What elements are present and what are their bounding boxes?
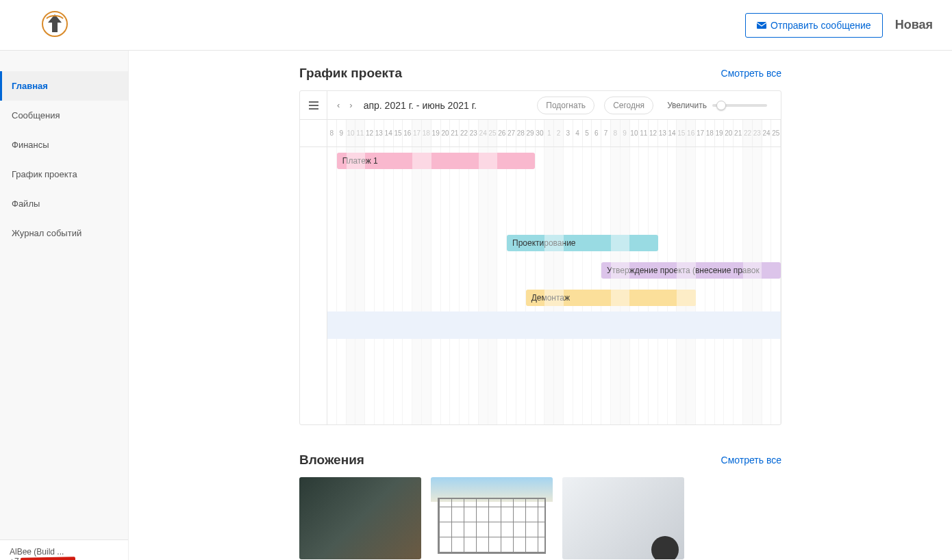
zoom-thumb[interactable]: [716, 101, 726, 110]
scale-day: 25: [488, 120, 498, 147]
gantt-toolbar: ‹ › апр. 2021 г. - июнь 2021 г. Подогнат…: [300, 91, 781, 120]
gantt-view-all-link[interactable]: Смотреть все: [721, 68, 781, 79]
gantt-bar[interactable]: Демонтаж: [526, 290, 696, 306]
scale-day: 9: [337, 120, 347, 147]
sidebar-item-label: Главная: [12, 81, 48, 91]
gantt-title: График проекта: [299, 66, 402, 81]
scale-day: 2: [554, 120, 564, 147]
scale-day: 13: [658, 120, 668, 147]
sidebar-item-label: Финансы: [12, 140, 49, 150]
scale-day: 14: [384, 120, 394, 147]
sidebar-item-finance[interactable]: Финансы: [0, 130, 128, 160]
svg-rect-3: [309, 105, 318, 106]
main: График проекта Смотреть все ‹ › апр. 202…: [129, 51, 952, 560]
svg-point-6: [309, 105, 310, 106]
scale-day: 17: [696, 120, 705, 147]
gantt-body[interactable]: Платеж 1ПроектированиеУтверждение проект…: [300, 147, 781, 424]
sidebar: Главная Сообщения Финансы График проекта…: [0, 51, 129, 560]
list-toggle[interactable]: [300, 91, 327, 119]
scale-day: 17: [412, 120, 422, 147]
attachments-section: Вложения Смотреть все: [299, 453, 781, 559]
date-range: апр. 2021 г. - июнь 2021 г.: [364, 100, 477, 111]
sidebar-footer: AlBee (Build ... +7 9: [0, 539, 128, 560]
attachments-view-all-link[interactable]: Смотреть все: [721, 455, 781, 466]
send-message-label: Отправить сообщение: [771, 20, 871, 31]
scale-day: 24: [479, 120, 488, 147]
sidebar-nav: Главная Сообщения Финансы График проекта…: [0, 51, 128, 539]
scale-day: 12: [365, 120, 375, 147]
row-highlight: [327, 311, 781, 339]
zoom-slider[interactable]: [712, 104, 767, 107]
company-name: AlBee (Build ...: [10, 547, 118, 557]
zoom-label: Увеличить: [667, 101, 707, 110]
list-icon: [309, 101, 318, 110]
gantt-scale: 8910111213141516171819202122232425262728…: [300, 120, 781, 147]
scale-day: 21: [450, 120, 460, 147]
scale-day: 10: [347, 120, 356, 147]
scale-day: 11: [355, 120, 365, 147]
scale-day: 21: [734, 120, 743, 147]
scale-day: 16: [403, 120, 412, 147]
svg-rect-4: [309, 108, 318, 110]
scale-day: 5: [583, 120, 592, 147]
status-label: Новая: [895, 18, 933, 32]
gantt-bar[interactable]: Платеж 1: [337, 153, 536, 169]
fit-button[interactable]: Подогнать: [537, 97, 594, 114]
sidebar-item-main[interactable]: Главная: [0, 71, 128, 101]
envelope-icon: [757, 22, 766, 29]
sidebar-item-messages[interactable]: Сообщения: [0, 101, 128, 130]
scale-day: 8: [611, 120, 621, 147]
sidebar-item-schedule[interactable]: График проекта: [0, 160, 128, 189]
scale-day: 3: [564, 120, 573, 147]
sidebar-item-label: График проекта: [12, 169, 77, 179]
sidebar-item-label: Журнал событий: [12, 228, 82, 238]
company-phone: +7 9: [10, 557, 26, 560]
scale-day: 16: [686, 120, 696, 147]
today-button[interactable]: Сегодня: [604, 97, 653, 114]
gantt-bar[interactable]: Утверждение проекта (внесение правок: [601, 262, 781, 279]
attachments-title: Вложения: [299, 453, 364, 468]
header: Отправить сообщение Новая: [0, 0, 952, 51]
scale-day: 8: [327, 120, 337, 147]
scale-day: 15: [677, 120, 686, 147]
prev-button[interactable]: ‹: [334, 97, 342, 113]
sidebar-item-label: Файлы: [12, 199, 40, 209]
sidebar-item-files[interactable]: Файлы: [0, 189, 128, 218]
sidebar-item-log[interactable]: Журнал событий: [0, 218, 128, 248]
scale-day: 26: [497, 120, 507, 147]
send-message-button[interactable]: Отправить сообщение: [745, 13, 883, 38]
logo[interactable]: [41, 10, 68, 40]
attachment-thumb[interactable]: [431, 477, 553, 559]
redaction: [21, 557, 75, 560]
scale-day: 7: [601, 120, 611, 147]
gantt: ‹ › апр. 2021 г. - июнь 2021 г. Подогнат…: [299, 90, 781, 425]
scale-day: 23: [753, 120, 762, 147]
scale-day: 9: [621, 120, 630, 147]
svg-point-7: [309, 108, 310, 110]
scale-day: 20: [724, 120, 734, 147]
scale-day: 11: [639, 120, 649, 147]
scale-day: 30: [536, 120, 545, 147]
scale-day: 20: [441, 120, 451, 147]
scale-day: 19: [431, 120, 441, 147]
scale-day: 27: [507, 120, 516, 147]
scale-day: 29: [526, 120, 536, 147]
scale-day: 15: [394, 120, 403, 147]
scale-day: 24: [762, 120, 772, 147]
svg-rect-1: [757, 22, 766, 29]
scale-day: 22: [460, 120, 469, 147]
next-button[interactable]: ›: [347, 97, 355, 113]
svg-rect-2: [309, 101, 318, 103]
scale-day: 14: [668, 120, 677, 147]
gantt-bar[interactable]: Проектирование: [507, 235, 658, 251]
scale-day: 18: [422, 120, 431, 147]
attachment-thumb[interactable]: [299, 477, 421, 559]
scale-day: 18: [705, 120, 715, 147]
attachment-thumb[interactable]: [562, 477, 684, 559]
svg-point-5: [309, 101, 310, 103]
scale-day: 22: [743, 120, 753, 147]
scale-day: 4: [573, 120, 583, 147]
gantt-section: График проекта Смотреть все ‹ › апр. 202…: [299, 66, 781, 425]
sidebar-item-label: Сообщения: [12, 110, 60, 120]
scale-day: 19: [715, 120, 725, 147]
